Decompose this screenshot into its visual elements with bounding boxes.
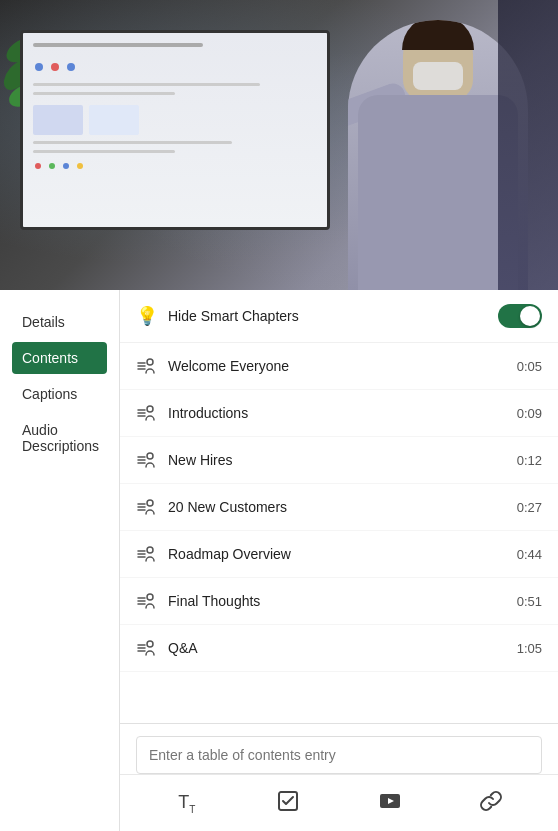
smart-chapters-toggle[interactable] xyxy=(498,304,542,328)
video-button[interactable] xyxy=(369,785,411,821)
chapter-smart-icon xyxy=(136,403,156,423)
chapter-item[interactable]: Roadmap Overview 0:44 xyxy=(120,531,558,578)
sidebar-item-audio-descriptions[interactable]: Audio Descriptions xyxy=(12,414,107,462)
smart-chapters-toggle-row: 💡 Hide Smart Chapters xyxy=(120,290,558,343)
chapter-smart-icon xyxy=(136,450,156,470)
svg-point-3 xyxy=(147,359,153,365)
chapter-title: Introductions xyxy=(168,405,512,421)
editor-toolbar: TT xyxy=(120,774,558,831)
svg-point-19 xyxy=(147,547,153,553)
svg-point-7 xyxy=(147,406,153,412)
chapter-smart-icon xyxy=(136,497,156,517)
chapter-title: 20 New Customers xyxy=(168,499,512,515)
chapter-smart-icon xyxy=(136,544,156,564)
chapter-time: 0:05 xyxy=(512,359,542,374)
svg-point-23 xyxy=(147,594,153,600)
chapter-title: Final Thoughts xyxy=(168,593,512,609)
toc-input-area xyxy=(120,723,558,774)
chapter-item[interactable]: New Hires 0:12 xyxy=(120,437,558,484)
toc-entry-input[interactable] xyxy=(136,736,542,774)
sidebar-item-details[interactable]: Details xyxy=(12,306,107,338)
chapter-time: 0:09 xyxy=(512,406,542,421)
svg-point-15 xyxy=(147,500,153,506)
chapter-title: Roadmap Overview xyxy=(168,546,512,562)
chapter-title: Welcome Everyone xyxy=(168,358,512,374)
smart-chapters-label: Hide Smart Chapters xyxy=(168,308,498,324)
hero-image xyxy=(0,0,558,290)
chapter-time: 0:27 xyxy=(512,500,542,515)
sidebar-item-captions[interactable]: Captions xyxy=(12,378,107,410)
chapter-smart-icon xyxy=(136,591,156,611)
toggle-knob xyxy=(520,306,540,326)
link-icon xyxy=(480,790,502,817)
text-format-button[interactable]: TT xyxy=(166,785,208,821)
content-panel: 💡 Hide Smart Chapters Welcome Everyone 0… xyxy=(120,290,558,831)
chapter-time: 1:05 xyxy=(512,641,542,656)
chapter-item[interactable]: Q&A 1:05 xyxy=(120,625,558,672)
video-icon xyxy=(379,790,401,817)
main-layout: Details Contents Captions Audio Descript… xyxy=(0,290,558,831)
chapter-item[interactable]: 20 New Customers 0:27 xyxy=(120,484,558,531)
svg-point-11 xyxy=(147,453,153,459)
svg-point-27 xyxy=(147,641,153,647)
quiz-button[interactable] xyxy=(267,785,309,821)
chapter-time: 0:51 xyxy=(512,594,542,609)
quiz-icon xyxy=(277,790,299,817)
chapter-list: Welcome Everyone 0:05 Introductions 0:09 xyxy=(120,343,558,723)
chapter-item[interactable]: Introductions 0:09 xyxy=(120,390,558,437)
chapter-title: Q&A xyxy=(168,640,512,656)
chapter-time: 0:12 xyxy=(512,453,542,468)
sidebar: Details Contents Captions Audio Descript… xyxy=(0,290,120,831)
text-format-icon: TT xyxy=(178,792,195,815)
presentation-screen xyxy=(20,30,330,230)
chapter-title: New Hires xyxy=(168,452,512,468)
chapter-smart-icon xyxy=(136,638,156,658)
sidebar-item-contents[interactable]: Contents xyxy=(12,342,107,374)
chapter-smart-icon xyxy=(136,356,156,376)
link-button[interactable] xyxy=(470,785,512,821)
chapter-item[interactable]: Final Thoughts 0:51 xyxy=(120,578,558,625)
chapter-item[interactable]: Welcome Everyone 0:05 xyxy=(120,343,558,390)
lightbulb-icon: 💡 xyxy=(136,305,158,327)
chapter-time: 0:44 xyxy=(512,547,542,562)
